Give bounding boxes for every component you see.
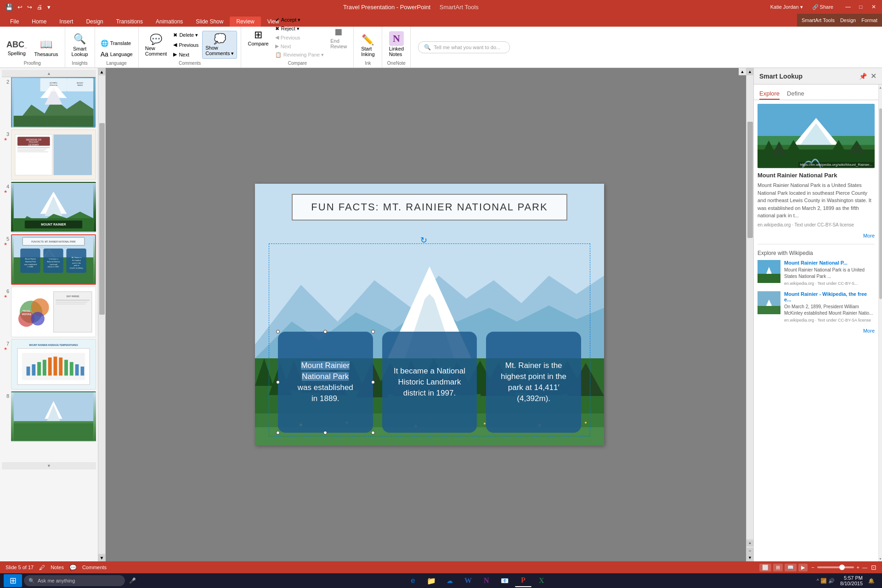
maximize-btn[interactable]: □ bbox=[857, 3, 865, 11]
taskbar-explorer[interactable]: 📁 bbox=[423, 574, 440, 587]
taskbar-powerpoint[interactable]: P bbox=[515, 574, 531, 587]
tab-define[interactable]: Define bbox=[787, 88, 804, 100]
slide-img-3[interactable]: WEEKEND OR HOLIDAY GETAWAY bbox=[11, 130, 96, 180]
canvas-zoom-in-btn[interactable]: + bbox=[746, 540, 753, 547]
spelling-button[interactable]: ABC_ Spelling bbox=[4, 38, 30, 58]
zoom-percent[interactable]: — bbox=[862, 565, 867, 570]
canvas-scroll-track[interactable] bbox=[746, 75, 753, 539]
slide-thumb-2[interactable]: 2 OLYMPIC PENINSULA MOUNT RAINIER bbox=[2, 77, 96, 128]
slide-title-box[interactable]: FUN FACTS: MT. RAINIER NATIONAL PARK bbox=[292, 194, 567, 220]
start-button[interactable]: ⊞ bbox=[4, 574, 22, 587]
slide-thumb-8[interactable]: 8 bbox=[2, 391, 96, 442]
handle-mr[interactable] bbox=[371, 380, 375, 384]
thesaurus-button[interactable]: 📖 Thesaurus bbox=[32, 37, 61, 59]
tab-design[interactable]: Design bbox=[79, 17, 109, 27]
tab-smartart-format[interactable]: Format bbox=[861, 17, 877, 23]
accept-button[interactable]: ✔ Accept ▾ bbox=[273, 16, 326, 24]
new-comment-button[interactable]: 💬 NewComment bbox=[142, 32, 170, 58]
normal-view-btn[interactable]: ⬜ bbox=[759, 564, 771, 571]
smartart-rotate-handle[interactable]: ↻ bbox=[420, 235, 427, 245]
slide-img-4[interactable]: MOUNT RAINIER bbox=[11, 182, 96, 232]
taskbar-excel[interactable]: X bbox=[533, 574, 550, 587]
handle-ml[interactable] bbox=[276, 380, 280, 384]
prev-change-button[interactable]: ◀ Previous bbox=[273, 34, 326, 41]
taskbar-search[interactable]: 🔍 Ask me anything bbox=[24, 575, 125, 586]
sl-wiki-title-1[interactable]: Mount Rainier National P... bbox=[784, 260, 875, 266]
compare-button[interactable]: ⊞ Compare bbox=[245, 27, 271, 48]
end-review-button[interactable]: ⏹ EndReview bbox=[328, 24, 350, 51]
tab-slideshow[interactable]: Slide Show bbox=[189, 17, 230, 27]
language-button[interactable]: Aa Language bbox=[99, 50, 135, 59]
smart-lookup-button[interactable]: 🔍 SmartLookup bbox=[69, 31, 91, 59]
panel-scroll-top[interactable]: ▲ bbox=[2, 70, 96, 77]
slide-thumb-6[interactable]: 6 ★ DAY HIKING TRAIL VISTAS bbox=[2, 287, 96, 337]
tell-me-input[interactable]: 🔍 Tell me what you want to do... bbox=[418, 41, 510, 53]
sl-scrollbar[interactable]: ▲ ▼ bbox=[878, 85, 882, 561]
sl-wiki-title-2[interactable]: Mount Rainier - Wikipedia, the free e... bbox=[784, 291, 875, 302]
notification-btn[interactable]: 🔔 bbox=[868, 578, 875, 584]
start-inking-button[interactable]: ✏️ StartInking bbox=[357, 32, 378, 59]
fact-box-2[interactable]: It became a National Historic Landmark d… bbox=[382, 332, 477, 433]
fact-box-1[interactable]: Mount RainierNational Park was establish… bbox=[278, 332, 373, 433]
slide-canvas[interactable]: FUN FACTS: MT. RAINIER NATIONAL PARK ↻ bbox=[255, 184, 604, 446]
close-btn[interactable]: ✕ bbox=[870, 3, 877, 11]
taskbar-onenote[interactable]: N bbox=[478, 574, 495, 587]
translate-button[interactable]: 🌐 Translate bbox=[99, 39, 133, 48]
sl-scroll-up[interactable]: ▲ bbox=[879, 85, 882, 90]
slide-panel[interactable]: ▲ 2 OLYMPIC PENINSULA MOUNT bbox=[0, 68, 98, 561]
comments-icon[interactable]: 💬 bbox=[69, 564, 77, 571]
taskbar-word[interactable]: W bbox=[460, 574, 476, 587]
fact-box-3[interactable]: Mt. Rainer is the highest point in the p… bbox=[486, 332, 581, 433]
canvas-zoom-out-btn[interactable]: − bbox=[746, 548, 753, 554]
minimize-btn[interactable]: — bbox=[844, 3, 852, 11]
canvas-area[interactable]: ▲ bbox=[106, 68, 753, 561]
reviewing-pane-button[interactable]: 📋 Reviewing Pane ▾ bbox=[273, 51, 326, 59]
handle-tm[interactable] bbox=[323, 330, 327, 334]
user-name[interactable]: Katie Jordan ▾ bbox=[770, 4, 803, 10]
redo-btn[interactable]: ↪ bbox=[26, 3, 33, 11]
cortana-mic[interactable]: 🎤 bbox=[127, 575, 138, 586]
next-change-button[interactable]: ▶ Next bbox=[273, 42, 326, 50]
tab-smartart-design[interactable]: Design bbox=[840, 17, 856, 23]
panel-scrollbar[interactable]: ▲ ▼ bbox=[98, 68, 106, 561]
sl-scroll-down[interactable]: ▼ bbox=[879, 556, 882, 561]
reading-view-btn[interactable]: 📖 bbox=[785, 564, 797, 571]
share-btn[interactable]: 🔗 Share bbox=[812, 4, 833, 10]
canvas-vscrollbar[interactable]: ▲ + − ▼ bbox=[746, 68, 753, 561]
slide-thumb-4[interactable]: 4 ★ MOUNT RAINIER bbox=[2, 182, 96, 232]
notes-label[interactable]: Notes bbox=[51, 565, 64, 570]
slide-thumb-7[interactable]: 7 ★ MOUNT RAINIER AVERAGE TEMPERATURES bbox=[2, 339, 96, 390]
sl-wiki-item-1[interactable]: Mount Rainier National P... Mount Rainie… bbox=[758, 260, 875, 286]
canvas-scroll-down-btn[interactable]: ▼ bbox=[746, 554, 753, 561]
tab-explore[interactable]: Explore bbox=[759, 88, 780, 100]
tab-insert[interactable]: Insert bbox=[53, 17, 79, 27]
panel-scrollbar-track[interactable] bbox=[98, 75, 105, 554]
taskbar-edge[interactable]: e bbox=[405, 574, 421, 587]
handle-br[interactable] bbox=[371, 431, 375, 435]
tab-file[interactable]: File bbox=[4, 17, 25, 27]
show-comments-button[interactable]: 💭 ShowComments ▾ bbox=[202, 31, 237, 59]
handle-bl[interactable] bbox=[276, 431, 280, 435]
panel-scroll-bottom[interactable]: ▼ bbox=[2, 462, 96, 469]
comments-label[interactable]: Comments bbox=[82, 565, 107, 570]
sl-close-btn[interactable]: ✕ bbox=[871, 72, 876, 80]
zoom-slider[interactable] bbox=[817, 566, 854, 568]
reject-button[interactable]: ✖ Reject ▾ bbox=[273, 25, 326, 33]
canvas-scroll-top[interactable]: ▲ bbox=[739, 68, 746, 75]
sl-wiki-item-2[interactable]: Mount Rainier - Wikipedia, the free e...… bbox=[758, 291, 875, 322]
slide-notes-icon[interactable]: 🖊 bbox=[39, 564, 45, 571]
slide-img-8[interactable] bbox=[11, 391, 96, 442]
canvas-scroll-up-btn[interactable]: ▲ bbox=[746, 68, 753, 75]
slideshow-btn[interactable]: ▶ bbox=[798, 564, 808, 571]
slide-img-7[interactable]: MOUNT RAINIER AVERAGE TEMPERATURES bbox=[11, 339, 96, 390]
slide-img-6[interactable]: DAY HIKING TRAIL VISTAS bbox=[11, 287, 96, 337]
slide-img-5[interactable]: FUN FACTS: MT. RAINIER NATIONAL PARK Mou… bbox=[11, 234, 96, 285]
sl-more-1[interactable]: More bbox=[758, 233, 875, 238]
handle-bm[interactable] bbox=[323, 431, 327, 435]
fit-window-btn[interactable]: ⊡ bbox=[871, 564, 876, 571]
tab-transitions[interactable]: Transitions bbox=[110, 17, 149, 27]
handle-tr[interactable] bbox=[371, 330, 375, 334]
zoom-out-status[interactable]: − bbox=[811, 565, 814, 570]
zoom-in-status[interactable]: + bbox=[857, 565, 859, 570]
clock[interactable]: 5:57 PM 8/10/2015 bbox=[838, 575, 865, 586]
